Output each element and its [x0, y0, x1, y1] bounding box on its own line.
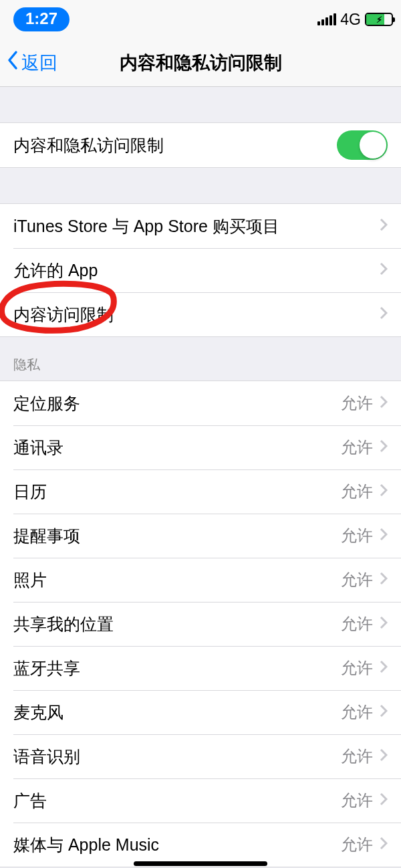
- row-value: 允许: [341, 790, 373, 811]
- reminders-row[interactable]: 提醒事项 允许: [0, 514, 401, 558]
- row-label: 日历: [13, 481, 47, 503]
- page-title: 内容和隐私访问限制: [120, 51, 282, 75]
- chevron-right-icon: [380, 395, 388, 411]
- row-label: 照片: [13, 569, 47, 591]
- privacy-restrictions-toggle-row[interactable]: 内容和隐私访问限制: [0, 123, 401, 167]
- row-value: 允许: [341, 569, 373, 590]
- advertising-row[interactable]: 广告 允许: [0, 778, 401, 823]
- chevron-right-icon: [380, 704, 388, 720]
- allowed-apps-row[interactable]: 允许的 App: [0, 248, 401, 292]
- chevron-left-icon: [7, 50, 20, 75]
- content-restrictions-row[interactable]: 内容访问限制: [0, 292, 401, 336]
- row-label: 定位服务: [13, 393, 80, 415]
- nav-bar: 返回 内容和隐私访问限制: [0, 39, 401, 87]
- row-label: 内容和隐私访问限制: [13, 134, 164, 156]
- toggle-section: 内容和隐私访问限制: [0, 122, 401, 168]
- contacts-row[interactable]: 通讯录 允许: [0, 425, 401, 469]
- chevron-right-icon: [380, 572, 388, 588]
- row-value: 允许: [341, 701, 373, 723]
- row-label: 语音识别: [13, 746, 80, 768]
- row-label: 允许的 App: [13, 259, 98, 282]
- share-location-row[interactable]: 共享我的位置 允许: [0, 602, 401, 646]
- row-value: 允许: [341, 834, 373, 855]
- row-label: 广告: [13, 790, 47, 812]
- row-value: 允许: [341, 437, 373, 458]
- privacy-restrictions-toggle[interactable]: [337, 130, 388, 160]
- row-label: 麦克风: [13, 701, 63, 724]
- chevron-right-icon: [380, 792, 388, 808]
- chevron-right-icon: [380, 528, 388, 544]
- chevron-right-icon: [380, 660, 388, 676]
- privacy-section-header: 隐私: [0, 337, 401, 381]
- row-value: 允许: [341, 393, 373, 414]
- row-label: 内容访问限制: [13, 304, 114, 326]
- chevron-right-icon: [380, 837, 388, 853]
- charging-bolt-icon: ⚡︎: [376, 15, 382, 25]
- bluetooth-sharing-row[interactable]: 蓝牙共享 允许: [0, 646, 401, 690]
- time-label: 1:27: [25, 9, 57, 28]
- content-section: iTunes Store 与 App Store 购买项目 允许的 App 内容…: [0, 203, 401, 337]
- chevron-right-icon: [380, 262, 388, 278]
- back-button[interactable]: 返回: [7, 50, 57, 75]
- itunes-purchases-row[interactable]: iTunes Store 与 App Store 购买项目: [0, 204, 401, 248]
- microphone-row[interactable]: 麦克风 允许: [0, 690, 401, 734]
- chevron-right-icon: [380, 218, 388, 234]
- chevron-right-icon: [380, 306, 388, 322]
- chevron-right-icon: [380, 439, 388, 455]
- row-label: 共享我的位置: [13, 613, 114, 635]
- row-value: 允许: [341, 525, 373, 546]
- back-label: 返回: [21, 51, 57, 75]
- chevron-right-icon: [380, 748, 388, 764]
- chevron-right-icon: [380, 616, 388, 632]
- row-value: 允许: [341, 481, 373, 502]
- location-services-row[interactable]: 定位服务 允许: [0, 381, 401, 425]
- speech-recognition-row[interactable]: 语音识别 允许: [0, 734, 401, 778]
- privacy-section: 定位服务 允许 通讯录 允许 日历 允许 提醒事项 允许 照片 允许: [0, 381, 401, 867]
- photos-row[interactable]: 照片 允许: [0, 558, 401, 602]
- row-label: 通讯录: [13, 437, 63, 459]
- media-apple-music-row[interactable]: 媒体与 Apple Music 允许: [0, 823, 401, 867]
- calendar-row[interactable]: 日历 允许: [0, 469, 401, 514]
- row-label: 蓝牙共享: [13, 657, 80, 679]
- row-label: iTunes Store 与 App Store 购买项目: [13, 215, 279, 237]
- chevron-right-icon: [380, 483, 388, 500]
- row-value: 允许: [341, 746, 373, 767]
- status-bar: 1:27 4G ⚡︎: [0, 0, 401, 39]
- status-right: 4G ⚡︎: [317, 11, 393, 29]
- network-label: 4G: [340, 11, 361, 29]
- time-pill[interactable]: 1:27: [13, 7, 70, 31]
- row-label: 媒体与 Apple Music: [13, 834, 159, 856]
- signal-icon: [317, 13, 336, 25]
- row-value: 允许: [341, 613, 373, 635]
- row-value: 允许: [341, 657, 373, 679]
- battery-icon: ⚡︎: [365, 13, 393, 26]
- home-indicator[interactable]: [134, 861, 267, 866]
- row-label: 提醒事项: [13, 525, 80, 547]
